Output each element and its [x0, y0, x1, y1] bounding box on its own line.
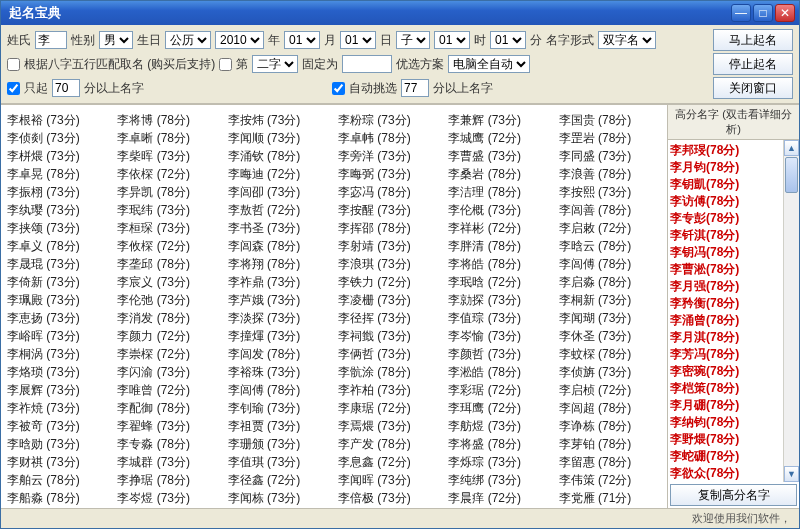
name-item[interactable]: 李按熙 (73分) — [557, 183, 663, 201]
bazi-checkbox[interactable] — [7, 58, 20, 71]
name-item[interactable]: 李闾傅 (78分) — [557, 255, 663, 273]
name-item[interactable]: 李岑煜 (73分) — [115, 489, 221, 507]
name-item[interactable]: 李值琪 (73分) — [226, 453, 332, 471]
name-item[interactable]: 李将博 (78分) — [115, 111, 221, 129]
name-item[interactable]: 李城群 (73分) — [115, 453, 221, 471]
start-button[interactable]: 马上起名 — [713, 29, 793, 51]
scroll-thumb[interactable] — [785, 157, 798, 193]
name-item[interactable]: 李闪渝 (73分) — [115, 363, 221, 381]
name-item[interactable]: 李桐新 (73分) — [557, 291, 663, 309]
name-item[interactable]: 李颜力 (72分) — [115, 327, 221, 345]
high-score-item[interactable]: 李邦琝(78分) — [670, 142, 781, 159]
high-score-item[interactable]: 李涌曾(78分) — [670, 312, 781, 329]
name-item[interactable]: 李启桢 (72分) — [557, 381, 663, 399]
auto-checkbox[interactable] — [332, 82, 345, 95]
name-item[interactable]: 李垄邱 (78分) — [115, 255, 221, 273]
high-score-item[interactable]: 李访傅(78分) — [670, 193, 781, 210]
name-item[interactable]: 李诤栋 (78分) — [557, 417, 663, 435]
name-item[interactable]: 李翟蜂 (73分) — [115, 417, 221, 435]
name-item[interactable]: 李桓琛 (73分) — [115, 219, 221, 237]
name-item[interactable]: 李曹盛 (73分) — [446, 147, 552, 165]
name-item[interactable]: 李国贵 (78分) — [557, 111, 663, 129]
name-item[interactable]: 李兼辉 (73分) — [446, 111, 552, 129]
name-item[interactable]: 李俩哲 (73分) — [336, 345, 442, 363]
form-select[interactable]: 双字名 — [598, 31, 656, 49]
name-item[interactable]: 李径鑫 (72分) — [226, 471, 332, 489]
name-item[interactable]: 李按炜 (73分) — [226, 111, 332, 129]
name-item[interactable]: 李芦娥 (73分) — [226, 291, 332, 309]
plan-select[interactable]: 电脑全自动 — [448, 55, 530, 73]
name-item[interactable]: 李晗云 (78分) — [557, 237, 663, 255]
name-item[interactable]: 李闻栋 (73分) — [226, 489, 332, 507]
name-item[interactable]: 李珉晗 (72分) — [446, 273, 552, 291]
name-item[interactable]: 李撞煇 (73分) — [226, 327, 332, 345]
high-score-item[interactable]: 李钥冯(78分) — [670, 244, 781, 261]
high-score-item[interactable]: 李矜衡(78分) — [670, 295, 781, 312]
year-select[interactable]: 2010 — [215, 31, 264, 49]
name-item[interactable]: 李桐涡 (73分) — [5, 345, 111, 363]
name-item[interactable]: 李展辉 (73分) — [5, 381, 111, 399]
name-item[interactable]: 李宸义 (73分) — [115, 273, 221, 291]
name-item[interactable]: 李书圣 (73分) — [226, 219, 332, 237]
name-item[interactable]: 李钊瑜 (73分) — [226, 399, 332, 417]
high-score-item[interactable]: 李钎淇(78分) — [670, 227, 781, 244]
auto-input[interactable] — [401, 79, 429, 97]
name-item[interactable]: 李祚焼 (73分) — [5, 399, 111, 417]
high-score-item[interactable]: 李曹淞(78分) — [670, 261, 781, 278]
name-item[interactable]: 李浪善 (78分) — [557, 165, 663, 183]
name-item[interactable]: 李卓晃 (78分) — [5, 165, 111, 183]
minimize-button[interactable]: — — [731, 4, 751, 22]
name-item[interactable]: 李焉煨 (73分) — [336, 417, 442, 435]
name-item[interactable]: 李闾善 (78分) — [557, 201, 663, 219]
name-item[interactable]: 李侦旃 (73分) — [557, 363, 663, 381]
high-score-item[interactable]: 李月钧(78分) — [670, 159, 781, 176]
name-item[interactable]: 李专淼 (78分) — [115, 435, 221, 453]
name-item[interactable]: 李闻顺 (73分) — [226, 129, 332, 147]
name-item[interactable]: 李晦弼 (73分) — [336, 165, 442, 183]
hour-select[interactable]: 01 — [434, 31, 470, 49]
name-item[interactable]: 李裕珠 (73分) — [226, 363, 332, 381]
name-item[interactable]: 李峪晖 (73分) — [5, 327, 111, 345]
name-item[interactable]: 李彩琚 (72分) — [446, 381, 552, 399]
name-item[interactable]: 李党雁 (71分) — [557, 489, 663, 507]
name-item[interactable]: 李舫煜 (73分) — [446, 417, 552, 435]
name-item[interactable]: 李祠韱 (73分) — [336, 327, 442, 345]
name-item[interactable]: 李按醒 (73分) — [336, 201, 442, 219]
name-item[interactable]: 李敖哲 (72分) — [226, 201, 332, 219]
zi-select[interactable]: 子 — [396, 31, 430, 49]
name-item[interactable]: 李浪琪 (73分) — [336, 255, 442, 273]
gender-select[interactable]: 男 — [99, 31, 133, 49]
name-item[interactable]: 李纨璎 (73分) — [5, 201, 111, 219]
high-score-item[interactable]: 李月硼(78分) — [670, 397, 781, 414]
minute-select[interactable]: 01 — [490, 31, 526, 49]
name-item[interactable]: 李恵扬 (73分) — [5, 309, 111, 327]
name-item[interactable]: 李洁理 (78分) — [446, 183, 552, 201]
second-checkbox[interactable] — [219, 58, 232, 71]
name-item[interactable]: 李珥鹰 (72分) — [446, 399, 552, 417]
name-item[interactable]: 李唯曾 (72分) — [115, 381, 221, 399]
name-item[interactable]: 李将翔 (78分) — [226, 255, 332, 273]
name-item[interactable]: 李径挥 (73分) — [336, 309, 442, 327]
name-item[interactable]: 李勍探 (73分) — [446, 291, 552, 309]
copy-button[interactable]: 复制高分名字 — [670, 484, 797, 506]
high-score-item[interactable]: 李桤策(78分) — [670, 380, 781, 397]
name-item[interactable]: 李闾超 (78分) — [557, 399, 663, 417]
scrollbar[interactable]: ▲ ▼ — [783, 140, 799, 482]
high-score-item[interactable]: 李密琬(78分) — [670, 363, 781, 380]
name-item[interactable]: 李留惠 (78分) — [557, 453, 663, 471]
only-input[interactable] — [52, 79, 80, 97]
name-item[interactable]: 李伦弛 (73分) — [115, 291, 221, 309]
high-score-item[interactable]: 李欲众(78分) — [670, 465, 781, 482]
name-item[interactable]: 李被竒 (73分) — [5, 417, 111, 435]
calendar-select[interactable]: 公历 — [165, 31, 211, 49]
name-item[interactable]: 李振栩 (73分) — [5, 183, 111, 201]
name-item[interactable]: 李财祺 (73分) — [5, 453, 111, 471]
name-item[interactable]: 李卓义 (78分) — [5, 237, 111, 255]
name-item[interactable]: 李柴晖 (73分) — [115, 147, 221, 165]
name-item[interactable]: 李城鹰 (72分) — [446, 129, 552, 147]
second-select[interactable]: 二字 — [252, 55, 298, 73]
high-score-list[interactable]: 李邦琝(78分)李月钧(78分)李钥凱(78分)李访傅(78分)李专彭(78分)… — [668, 140, 783, 482]
name-item[interactable]: 李闻瑚 (73分) — [557, 309, 663, 327]
fixed-input[interactable] — [342, 55, 392, 73]
name-item[interactable]: 李旁洋 (73分) — [336, 147, 442, 165]
